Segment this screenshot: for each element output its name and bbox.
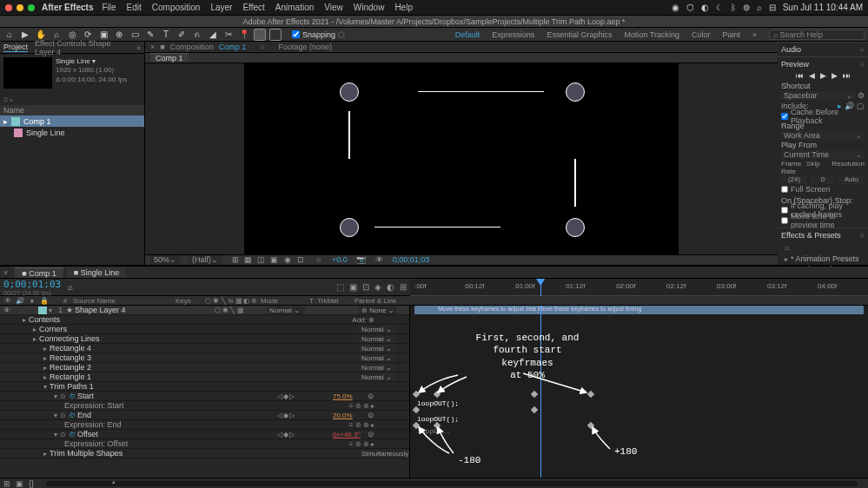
audio-panel-header[interactable]: Audio: [781, 44, 865, 55]
timeline-graph[interactable]: Move these keyframes to adjust delay Mov…: [410, 306, 868, 478]
timeline-layer-row[interactable]: 👁▾1★Shape Layer 4⬡ ✱ ╲ ▦Normal ⌄⊚ None ⌄: [0, 306, 409, 315]
graph-icon[interactable]: ⊞: [400, 282, 407, 292]
brush-tool-icon[interactable]: ✐: [176, 29, 188, 41]
close-tab-icon[interactable]: ×: [150, 43, 155, 51]
comp-tab-name[interactable]: Comp 1: [219, 43, 247, 51]
effects-search[interactable]: ⌕: [785, 242, 861, 252]
composition-flowchart-icon[interactable]: ⬚: [336, 282, 344, 292]
toggle-switches-icon[interactable]: ⊞: [3, 479, 10, 488]
label-swatch[interactable]: [14, 129, 23, 137]
timeline-layer-row[interactable]: ▸ContentsAdd: ⊕: [0, 315, 409, 325]
keyframe[interactable]: [531, 406, 538, 413]
effects-presets-header[interactable]: Effects & Presets: [781, 230, 865, 241]
layer-bar[interactable]: Move these keyframes to adjust delay Mov…: [414, 306, 864, 314]
playhead-line[interactable]: [540, 306, 541, 478]
menu-layer[interactable]: Layer: [210, 3, 232, 12]
col-parent[interactable]: Parent & Link: [354, 297, 407, 305]
col-audio-icon[interactable]: 🔊: [16, 297, 24, 305]
col-mode[interactable]: Mode: [261, 297, 306, 305]
keyframe[interactable]: [587, 422, 594, 429]
label-swatch[interactable]: [11, 117, 20, 126]
guides-icon[interactable]: ▦: [243, 255, 253, 265]
home-icon[interactable]: ⌂: [3, 29, 16, 41]
grid-icon[interactable]: ⊞: [230, 255, 240, 265]
timeline-layer-row[interactable]: ▸Rectangle 2Normal ⌄: [0, 363, 409, 373]
shortcut-dropdown[interactable]: Spacebar: [781, 91, 855, 100]
timeline-layer-row[interactable]: ▾Trim Paths 1: [0, 382, 409, 392]
workspace-motion[interactable]: Motion Tracking: [624, 30, 679, 39]
next-frame-icon[interactable]: ▶: [832, 71, 838, 80]
res-input[interactable]: Auto: [838, 175, 865, 184]
show-snapshot-icon[interactable]: 👁: [374, 255, 384, 265]
prev-frame-icon[interactable]: ◀: [809, 71, 815, 80]
footage-tab[interactable]: Footage (none): [279, 43, 333, 51]
last-frame-icon[interactable]: ⏭: [843, 71, 851, 80]
label-swatch[interactable]: [38, 307, 47, 314]
timeline-layer-row[interactable]: ▸Rectangle 1Normal ⌄: [0, 373, 409, 382]
timeline-tab-singleline[interactable]: ■ Single Line: [67, 267, 126, 278]
comp-canvas[interactable]: [244, 63, 679, 254]
channel-icon[interactable]: ◉: [282, 255, 292, 265]
timeline-tab-comp1[interactable]: ■ Comp 1: [15, 267, 63, 278]
minimize-window-icon[interactable]: [17, 4, 23, 11]
tab-project[interactable]: Project: [3, 43, 28, 52]
fill-swatch[interactable]: [254, 29, 266, 41]
workspace-color[interactable]: Color: [692, 30, 711, 39]
close-window-icon[interactable]: [5, 4, 12, 11]
project-header-name[interactable]: Name: [0, 105, 144, 115]
menu-window[interactable]: Window: [354, 3, 385, 12]
keyframe[interactable]: [413, 406, 420, 413]
selection-tool-icon[interactable]: ▶: [19, 29, 31, 41]
project-thumbnail[interactable]: [3, 57, 52, 89]
skip-input[interactable]: 0: [810, 175, 836, 184]
toggle-in-out-icon[interactable]: {}: [29, 479, 34, 488]
col-trkmat[interactable]: T .TrkMat: [309, 297, 351, 305]
workspace-more-icon[interactable]: »: [752, 30, 757, 39]
snapshot-icon[interactable]: 📷: [356, 255, 366, 265]
current-timecode[interactable]: 0;00;01;03: [3, 279, 61, 290]
project-search[interactable]: ⌕▾: [3, 94, 141, 103]
project-item-comp1[interactable]: ▸Comp 1: [0, 115, 144, 127]
mask-icon[interactable]: ◫: [256, 255, 266, 265]
playhead[interactable]: [540, 279, 541, 296]
timeline-layer-row[interactable]: ▾⊙⏱Start◁◆▷75.0%⊚: [0, 392, 409, 401]
workspace-essential[interactable]: Essential Graphics: [547, 30, 612, 39]
viewer-timecode[interactable]: 0;00;01;03: [393, 255, 430, 264]
play-icon[interactable]: ▶: [820, 71, 826, 80]
clock[interactable]: Sun Jul 11 10:44 AM: [783, 3, 863, 12]
workspace-default[interactable]: Default: [455, 30, 480, 39]
stroke-swatch[interactable]: [269, 29, 282, 41]
menu-composition[interactable]: Composition: [152, 3, 201, 12]
keyframe[interactable]: [587, 391, 594, 398]
workspace-paint[interactable]: Paint: [722, 30, 740, 39]
exposure-icon[interactable]: ☼: [314, 255, 323, 265]
movetime-checkbox[interactable]: Move time to preview time: [781, 215, 865, 226]
cc-icon[interactable]: ◉: [672, 3, 679, 12]
shape-tool-icon[interactable]: ▭: [129, 29, 141, 41]
exposure-value[interactable]: +0.0: [332, 255, 348, 264]
motionblur-icon[interactable]: ◐: [387, 282, 394, 292]
timeline-layer-row[interactable]: ▾⊙⏱End◁◆▷20.0%⊚: [0, 411, 409, 420]
first-frame-icon[interactable]: ⏮: [796, 71, 804, 80]
visibility-icon[interactable]: 👁: [3, 307, 12, 314]
shy-icon[interactable]: ⊡: [362, 282, 369, 292]
keyframe[interactable]: [413, 391, 420, 398]
control-center-icon[interactable]: ⊟: [769, 3, 776, 12]
framerate-input[interactable]: (24): [781, 175, 807, 184]
timeline-layer-row[interactable]: ▾⊙⏱Offset◁◆▷0x+46.3°⊚: [0, 430, 409, 439]
snap-sub-icon[interactable]: ⬡: [338, 30, 345, 39]
preview-panel-header[interactable]: Preview: [781, 59, 865, 69]
close-tab-icon[interactable]: ×: [0, 268, 11, 277]
timeline-layer-row[interactable]: Expression: End≡ ⊚ ⊕ ▸: [0, 420, 409, 430]
menu-animation[interactable]: Animation: [275, 3, 314, 12]
menu-edit[interactable]: Edit: [127, 3, 142, 12]
window-controls[interactable]: [5, 4, 35, 11]
timeline-layer-row[interactable]: Expression: Offset≡ ⊚ ⊕ ▸: [0, 439, 409, 449]
keyframe[interactable]: [434, 391, 441, 398]
menu-help[interactable]: Help: [394, 3, 413, 12]
project-item-singleline[interactable]: Single Line: [0, 127, 144, 138]
comp-inner-tab[interactable]: Comp 1: [150, 53, 189, 63]
puppet-tool-icon[interactable]: 📍: [238, 29, 250, 41]
timeline-layer-row[interactable]: ▸Trim Multiple ShapesSimultaneously ⌄: [0, 449, 409, 458]
col-video-icon[interactable]: 👁: [3, 297, 12, 305]
